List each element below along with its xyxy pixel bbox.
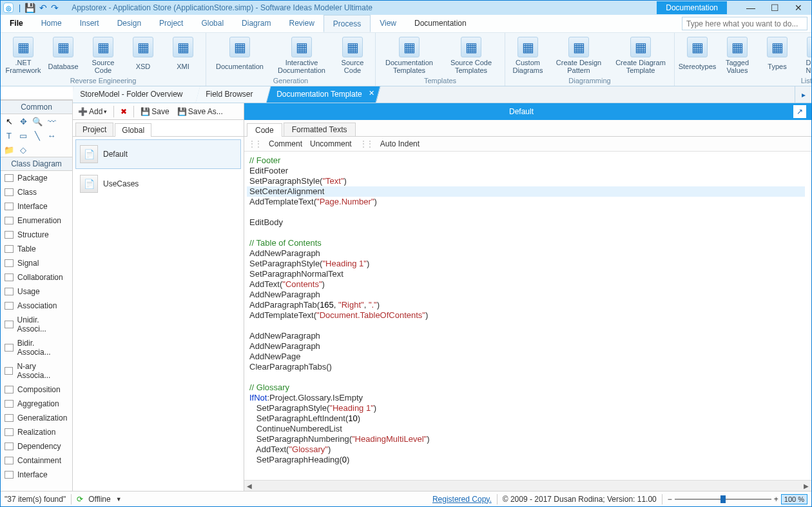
- menu-diagram[interactable]: Diagram: [233, 15, 280, 32]
- zoom-slider[interactable]: [675, 499, 771, 500]
- undo-icon[interactable]: ↶: [39, 3, 47, 13]
- menu-global[interactable]: Global: [192, 15, 233, 32]
- maximize-button[interactable]: ☐: [771, 3, 779, 13]
- toolbox-item[interactable]: Generalization: [1, 411, 72, 425]
- auto-indent-button[interactable]: Auto Indent: [380, 139, 420, 148]
- document-tab[interactable]: StoreModel - Folder Overview: [73, 86, 201, 103]
- ribbon-types[interactable]: ▦Types: [759, 35, 796, 75]
- minimize-button[interactable]: —: [746, 3, 755, 13]
- ribbon-tagged-values[interactable]: ▦Tagged Values: [719, 35, 756, 75]
- ribbon-custom-diagrams[interactable]: ▦Custom Diagrams: [509, 35, 546, 75]
- titlebar: ◎ | 💾 ↶ ↷ Appstorex - Application Store …: [1, 1, 811, 15]
- menu-process[interactable]: Process: [324, 15, 371, 32]
- menu-insert[interactable]: Insert: [71, 15, 108, 32]
- toolbox-item[interactable]: Containment: [1, 453, 72, 468]
- lasso-tool-icon[interactable]: 〰: [46, 115, 57, 127]
- toolbox-item[interactable]: Association: [1, 299, 72, 313]
- zoom-out-button[interactable]: −: [668, 495, 672, 504]
- registered-link[interactable]: Registered Copy.: [432, 495, 492, 504]
- toolbox-item[interactable]: Structure: [1, 228, 72, 242]
- menu-project[interactable]: Project: [150, 15, 192, 32]
- zoom-value[interactable]: 100 %: [781, 494, 807, 504]
- toolbox-item[interactable]: Usage: [1, 284, 72, 299]
- template-list-panel: ➕Add▾ ✖ 💾Save 💾Save As... Project Global…: [73, 103, 244, 491]
- code-editor[interactable]: // FooterEditFooterSetParagraphStyle("Te…: [244, 152, 811, 480]
- toolbox-item[interactable]: Realization: [1, 425, 72, 439]
- save-template-button[interactable]: 💾Save: [138, 106, 171, 117]
- zoom-in-button[interactable]: +: [774, 495, 778, 504]
- tell-me-search[interactable]: [682, 17, 807, 30]
- menu-documentation[interactable]: Documentation: [405, 15, 476, 32]
- move-tool-icon[interactable]: ✥: [17, 115, 29, 127]
- rect-tool-icon[interactable]: ▭: [17, 130, 29, 141]
- connector-tool-icon[interactable]: ↔: [46, 130, 57, 141]
- ribbon--net-framework[interactable]: ▦.NET Framework: [5, 35, 42, 75]
- toolbox-item[interactable]: Signal: [1, 256, 72, 270]
- close-button[interactable]: ✕: [795, 3, 802, 13]
- ribbon-database[interactable]: ▦Database: [44, 35, 82, 75]
- ribbon-xsd[interactable]: ▦XSD: [124, 35, 162, 75]
- ribbon-create-design-pattern[interactable]: ▦Create Design Pattern: [549, 35, 608, 75]
- toolbox-item[interactable]: Composition: [1, 383, 72, 397]
- ribbon-stereotypes[interactable]: ▦Stereotypes: [679, 35, 716, 75]
- zoom-tool-icon[interactable]: 🔍: [32, 115, 43, 127]
- uncomment-button[interactable]: Uncomment: [310, 139, 352, 148]
- toolbox-item[interactable]: Table: [1, 242, 72, 256]
- ribbon-xmi[interactable]: ▦XMI: [164, 35, 202, 75]
- pointer-tool-icon[interactable]: ↖: [3, 115, 15, 127]
- popout-icon[interactable]: ↗: [793, 105, 806, 118]
- toolbox-item[interactable]: N-ary Associa...: [1, 359, 72, 383]
- documentation-tab-button[interactable]: Documentation: [657, 1, 727, 14]
- tab-formatted-texts[interactable]: Formatted Texts: [284, 123, 356, 136]
- save-icon[interactable]: 💾: [24, 3, 35, 13]
- menu-view[interactable]: View: [371, 15, 405, 32]
- text-tool-icon[interactable]: T: [3, 130, 15, 141]
- ribbon-source-code[interactable]: ▦Source Code: [334, 35, 371, 75]
- tab-overflow-button[interactable]: ▸: [795, 86, 811, 103]
- menu-review[interactable]: Review: [280, 15, 323, 32]
- ribbon-interactive-documentation[interactable]: ▦Interactive Documentation: [272, 35, 331, 75]
- menu-home[interactable]: Home: [32, 15, 71, 32]
- divider: |: [19, 3, 21, 12]
- ribbon-source-code-templates[interactable]: ▦Source Code Templates: [441, 35, 501, 75]
- toolbox-item[interactable]: Enumeration: [1, 214, 72, 228]
- close-tab-icon[interactable]: ✕: [368, 89, 374, 97]
- template-item[interactable]: 📄UseCases: [75, 169, 241, 199]
- horizontal-scrollbar[interactable]: ◀▶: [244, 480, 811, 491]
- toolbox-item[interactable]: Interface: [1, 468, 72, 482]
- folder-tool-icon[interactable]: 📁: [3, 144, 15, 155]
- toolbox-item[interactable]: Unidir. Associ...: [1, 313, 72, 336]
- toolbox-item[interactable]: Package: [1, 171, 72, 185]
- toolbox-item[interactable]: Interface: [1, 199, 72, 214]
- ribbon-default-names[interactable]: ▦Default Names: [798, 35, 812, 75]
- menu-design[interactable]: Design: [108, 15, 150, 32]
- ribbon-documentation-templates[interactable]: ▦Documentation Templates: [380, 35, 439, 75]
- toolbox-item[interactable]: Dependency: [1, 439, 72, 453]
- tab-global[interactable]: Global: [115, 123, 151, 137]
- toolbox-item[interactable]: Class: [1, 185, 72, 199]
- ribbon-source-code[interactable]: ▦Source Code: [84, 35, 122, 75]
- shape-tool-icon[interactable]: ◇: [17, 144, 29, 155]
- chevron-down-icon[interactable]: ▼: [116, 496, 122, 502]
- toolbox-section-classdiagram[interactable]: Class Diagram: [1, 157, 72, 171]
- ribbon-create-diagram-template[interactable]: ▦Create Diagram Template: [611, 35, 670, 75]
- save-as-button[interactable]: 💾Save As...: [175, 106, 226, 117]
- add-button[interactable]: ➕Add▾: [75, 106, 110, 117]
- tab-project[interactable]: Project: [75, 123, 113, 136]
- ribbon-group-label: Reverse Engineering: [70, 77, 137, 84]
- redo-icon[interactable]: ↷: [51, 3, 59, 13]
- ribbon-documentation[interactable]: ▦Documentation: [210, 35, 269, 75]
- comment-button[interactable]: Comment: [269, 139, 302, 148]
- document-tab[interactable]: Documentation Template✕: [266, 86, 380, 103]
- toolbox-item[interactable]: Aggregation: [1, 397, 72, 411]
- toolbox-section-common[interactable]: Common: [1, 100, 72, 114]
- sync-icon[interactable]: ⟳: [77, 495, 83, 504]
- toolbox-item[interactable]: Bidir. Associa...: [1, 336, 72, 359]
- menu-file[interactable]: File: [1, 15, 32, 32]
- delete-button[interactable]: ✖: [118, 106, 130, 117]
- document-tab[interactable]: Field Browser: [196, 86, 271, 103]
- toolbox-item[interactable]: Collaboration: [1, 270, 72, 284]
- template-item[interactable]: 📄Default: [75, 139, 241, 169]
- line-tool-icon[interactable]: ╲: [32, 130, 43, 141]
- tab-code[interactable]: Code: [247, 123, 282, 137]
